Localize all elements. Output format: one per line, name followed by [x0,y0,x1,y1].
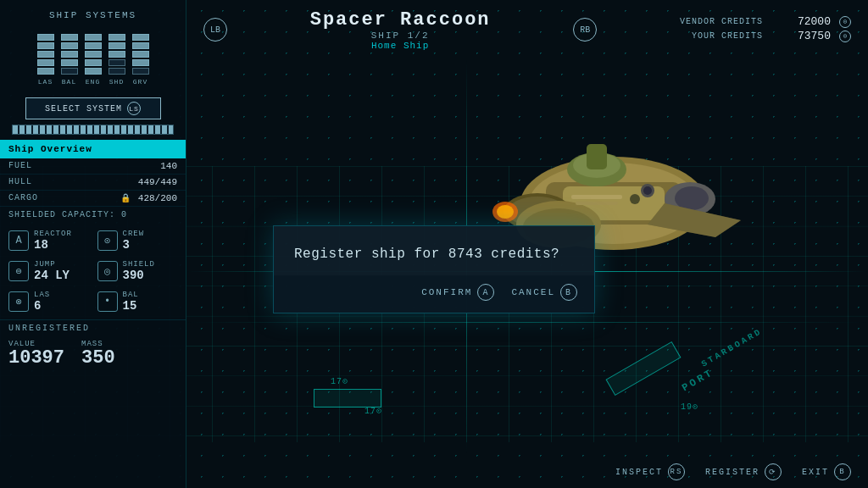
confirm-label: CONFIRM [421,287,472,297]
cancel-badge: B [560,284,577,301]
inspect-label: INSPECT [615,468,663,477]
register-label: REGISTER [705,468,760,477]
register-action[interactable]: REGISTER ⟳ [705,463,782,480]
dialog-overlay: Register ship for 8743 credits? CONFIRM … [0,0,868,488]
cancel-button[interactable]: CANCEL B [511,284,577,301]
cancel-label: CANCEL [511,287,555,297]
register-badge: ⟳ [765,463,782,480]
dialog-box: Register ship for 8743 credits? CONFIRM … [273,225,595,313]
exit-action[interactable]: EXIT B [802,463,851,480]
confirm-button[interactable]: CONFIRM A [421,284,494,301]
inspect-action[interactable]: INSPECT RS [615,463,685,480]
bottom-bar: INSPECT RS REGISTER ⟳ EXIT B [186,456,868,488]
inspect-badge: RS [668,463,685,480]
exit-badge: B [834,463,851,480]
dialog-buttons: CONFIRM A CANCEL B [274,275,594,313]
dialog-message: Register ship for 8743 credits? [274,226,594,275]
confirm-badge: A [477,284,494,301]
exit-label: EXIT [802,468,829,477]
